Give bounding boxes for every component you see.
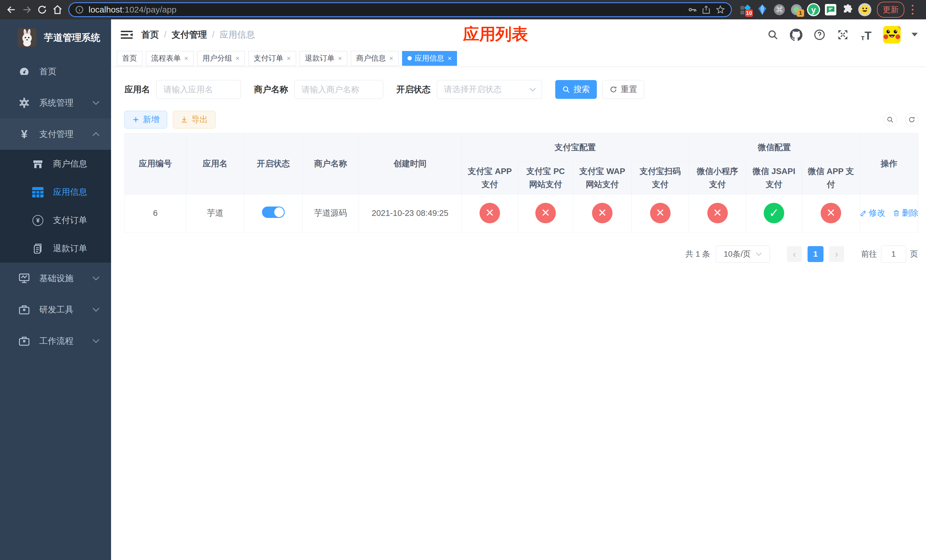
help-icon[interactable]: [813, 28, 826, 41]
next-page-button[interactable]: ›: [829, 246, 844, 262]
close-icon[interactable]: ×: [389, 54, 393, 62]
fullscreen-icon[interactable]: [836, 28, 849, 41]
page-header: 首页 / 支付管理 / 应用信息 应用列表 тT: [111, 20, 926, 50]
prev-page-button[interactable]: ‹: [787, 246, 802, 262]
close-icon[interactable]: ×: [236, 54, 239, 62]
extension-blue-diamond-icon[interactable]: 10: [738, 3, 752, 16]
extension-green-dot-icon[interactable]: 1: [790, 3, 803, 16]
tab-process-form[interactable]: 流程表单×: [146, 51, 194, 66]
cell-app-id: 6: [125, 194, 186, 232]
sidebar-item-dev-tools[interactable]: 研发工具: [0, 294, 111, 325]
close-icon[interactable]: ×: [338, 54, 342, 62]
sidebar-item-refund-order[interactable]: 退款订单: [0, 235, 111, 263]
sidebar-item-system[interactable]: 系统管理: [0, 87, 111, 118]
col-alipay-qr: 支付宝扫码支付: [632, 162, 689, 194]
sidebar-item-label: 首页: [39, 66, 56, 77]
breadcrumb: 首页 / 支付管理 / 应用信息: [141, 29, 255, 41]
total-count: 共 1 条: [685, 249, 710, 259]
extensions-puzzle-icon[interactable]: [841, 3, 854, 16]
sidebar-item-infrastructure[interactable]: 基础设施: [0, 263, 111, 294]
breadcrumb-payment[interactable]: 支付管理: [172, 29, 207, 41]
star-icon[interactable]: [716, 5, 725, 15]
back-icon[interactable]: [5, 3, 18, 17]
chevron-down-icon: [530, 88, 536, 92]
col-group-alipay: 支付宝配置: [461, 133, 689, 162]
sidebar-item-pay-order[interactable]: ¥ 支付订单: [0, 206, 111, 235]
browser-update-button[interactable]: 更新: [877, 2, 904, 18]
yen-icon: ¥: [18, 128, 30, 141]
breadcrumb-home[interactable]: 首页: [141, 29, 159, 41]
search-icon: [562, 85, 570, 94]
table-toolbar: 新增 导出: [124, 111, 918, 129]
search-icon[interactable]: [766, 28, 779, 41]
key-icon[interactable]: [687, 5, 697, 15]
address-bar[interactable]: localhost:1024/pay/app: [68, 2, 732, 17]
status-select[interactable]: 请选择开启状态: [437, 80, 542, 99]
tab-merchant-info[interactable]: 商户信息×: [351, 51, 399, 66]
breadcrumb-separator: /: [212, 30, 215, 40]
share-icon[interactable]: [701, 5, 711, 15]
user-avatar[interactable]: [883, 26, 901, 44]
grid-icon: [32, 187, 44, 198]
kebab-menu-icon[interactable]: [909, 4, 916, 16]
info-icon[interactable]: [75, 5, 84, 14]
status-toggle[interactable]: [262, 206, 285, 218]
toggle-search-button[interactable]: [884, 113, 897, 126]
github-icon[interactable]: [790, 28, 803, 41]
app-name-input[interactable]: [156, 80, 241, 99]
tab-app-info[interactable]: 应用信息×: [402, 51, 457, 66]
extension-chat-icon[interactable]: [824, 3, 837, 16]
delete-link[interactable]: 删除: [893, 207, 918, 219]
col-wx-lite: 微信小程序支付: [689, 162, 746, 194]
reload-icon[interactable]: [35, 3, 49, 17]
sidebar-item-label: 退款订单: [53, 243, 87, 254]
logo-rabbit-avatar: [18, 28, 36, 47]
export-button[interactable]: 导出: [173, 111, 216, 129]
close-icon[interactable]: ×: [184, 54, 188, 62]
extension-y-logo-icon[interactable]: y: [807, 3, 820, 16]
tab-refund-order[interactable]: 退款订单×: [300, 51, 347, 66]
close-icon[interactable]: ×: [287, 54, 291, 62]
merchant-name-input[interactable]: [294, 80, 383, 99]
page-number-1[interactable]: 1: [808, 246, 823, 262]
extension-command-icon[interactable]: ⌘: [773, 3, 786, 16]
extensions-row: 10 ⌘ 1 y: [738, 3, 872, 16]
app-title: 芋道管理系统: [44, 31, 100, 44]
extension-gem-icon[interactable]: [756, 3, 769, 16]
tab-home[interactable]: 首页: [117, 51, 142, 66]
tab-pay-order[interactable]: 支付订单×: [248, 51, 296, 66]
sidebar-collapse-icon[interactable]: [120, 28, 134, 42]
sidebar-item-merchant-info[interactable]: 商户信息: [0, 150, 111, 178]
url-text[interactable]: localhost:1024/pay/app: [89, 5, 177, 15]
edit-link[interactable]: 修改: [859, 207, 885, 219]
page-size-select[interactable]: 10条/页: [716, 245, 770, 263]
table-row: 6 芋道 芋道源码 2021-10-23 08:49:25: [125, 194, 918, 232]
caret-down-icon[interactable]: [911, 33, 918, 36]
sidebar-item-workflow[interactable]: 工作流程: [0, 325, 111, 357]
tab-user-group[interactable]: 用户分组×: [197, 51, 245, 66]
home-icon[interactable]: [51, 3, 64, 17]
monitor-icon: [18, 272, 30, 284]
add-button[interactable]: 新增: [124, 111, 167, 129]
reset-button[interactable]: 重置: [602, 80, 644, 99]
wx-lite-status-icon: [707, 203, 728, 223]
col-wx-app: 微信 APP 支付: [802, 162, 860, 194]
sidebar-item-home[interactable]: 首页: [0, 56, 111, 87]
briefcase-icon: [18, 335, 30, 347]
col-created: 创建时间: [359, 133, 461, 194]
breadcrumb-separator: /: [164, 30, 166, 40]
yen-circle-icon: ¥: [32, 215, 44, 226]
forward-icon[interactable]: [20, 3, 33, 17]
close-icon[interactable]: ×: [448, 54, 452, 62]
app-name-label: 应用名: [124, 84, 150, 95]
search-button[interactable]: 搜索: [555, 80, 597, 99]
filter-form: 应用名 商户名称 开启状态 请选择开启状态 搜索: [124, 80, 918, 99]
extension-emoji-avatar[interactable]: [858, 3, 872, 16]
sidebar-item-payment[interactable]: ¥ 支付管理: [0, 118, 111, 150]
refresh-table-button[interactable]: [905, 113, 918, 126]
alipay-qr-status-icon: [650, 203, 670, 223]
sidebar-item-app-info[interactable]: 应用信息: [0, 178, 111, 206]
svg-text:⌘: ⌘: [776, 5, 783, 14]
font-size-icon[interactable]: тT: [859, 28, 873, 41]
goto-page-input[interactable]: [881, 245, 906, 263]
